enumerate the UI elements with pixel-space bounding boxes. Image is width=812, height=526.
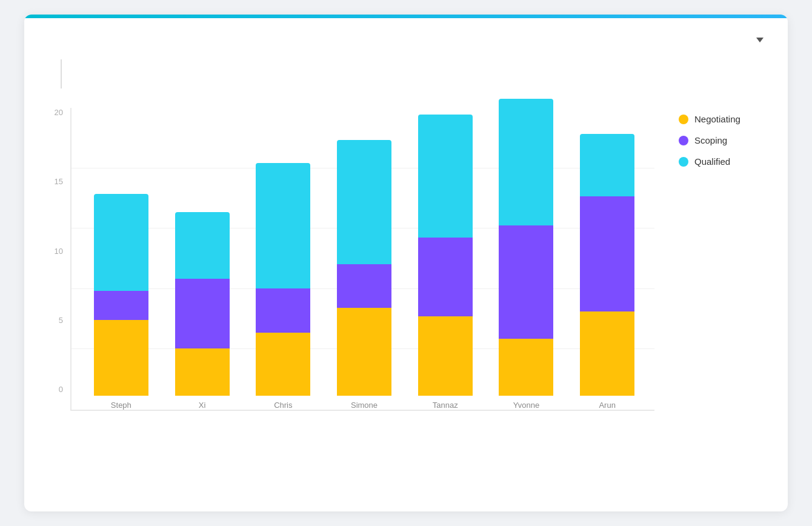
bar-group: Arun (572, 134, 642, 410)
legend: NegotiatingScopingQualified (654, 108, 764, 411)
y-axis-label: 15 (48, 177, 63, 186)
bar-group: Yvonne (491, 99, 562, 410)
stacked-bar (337, 140, 391, 396)
stacked-bar (175, 212, 230, 396)
bar-segment-negotiating (94, 320, 148, 396)
bars-container: StephXiChrisSimoneTannazYvonneArun (70, 108, 654, 411)
bar-group: Steph (86, 194, 156, 410)
bar-segment-scoping (418, 238, 473, 316)
y-axis-label: 0 (48, 385, 63, 394)
bar-segment-scoping (256, 288, 310, 333)
bar-group: Simone (329, 140, 399, 410)
stacked-bar (580, 134, 634, 396)
bars-section: StephXiChrisSimoneTannazYvonneArun (70, 108, 654, 411)
legend-dot-negotiating (679, 115, 688, 124)
chevron-down-icon (756, 38, 764, 42)
bar-segment-qualified (337, 140, 391, 264)
legend-label-qualified: Qualified (694, 156, 730, 167)
legend-label-negotiating: Negotiating (694, 114, 740, 124)
stacked-bar (256, 163, 310, 396)
bar-segment-scoping (94, 291, 148, 320)
bar-segment-qualified (418, 115, 473, 238)
bar-segment-scoping (175, 279, 230, 349)
chart-area: 05101520 StephXiChrisSimoneTannazYvonneA… (48, 108, 764, 411)
bar-segment-qualified (94, 194, 148, 290)
y-axis-label: 20 (48, 108, 63, 117)
summary-section (48, 59, 764, 88)
bar-label: Arun (599, 401, 615, 410)
period-selector[interactable] (753, 38, 764, 42)
bar-segment-qualified (499, 99, 553, 225)
bar-label: Yvonne (513, 401, 539, 410)
bar-segment-qualified (580, 134, 634, 197)
y-axis: 05101520 (48, 108, 70, 411)
bar-segment-negotiating (337, 308, 391, 396)
y-axis-label: 10 (48, 247, 63, 256)
bar-segment-qualified (175, 212, 230, 279)
bar-label: Steph (111, 401, 131, 410)
bar-segment-scoping (580, 196, 634, 311)
bar-label: Simone (351, 401, 378, 410)
bar-segment-negotiating (580, 311, 634, 396)
bar-group: Tannaz (410, 115, 481, 410)
bar-group: Chris (248, 163, 318, 410)
card-header (48, 38, 764, 42)
bar-segment-negotiating (499, 339, 553, 396)
legend-dot-scoping (679, 136, 688, 145)
bar-group: Xi (167, 212, 238, 410)
stacked-bar (94, 194, 148, 396)
bar-segment-negotiating (418, 316, 473, 396)
legend-item-scoping: Scoping (679, 135, 764, 145)
summary-divider (61, 59, 62, 88)
sales-pipeline-card: 05101520 StephXiChrisSimoneTannazYvonneA… (24, 15, 788, 511)
bar-segment-scoping (337, 264, 391, 308)
legend-label-scoping: Scoping (694, 135, 727, 145)
bar-label: Chris (274, 401, 292, 410)
y-axis-label: 5 (48, 316, 63, 325)
legend-dot-qualified (679, 157, 688, 167)
bar-label: Tannaz (433, 401, 458, 410)
legend-item-negotiating: Negotiating (679, 114, 764, 124)
legend-item-qualified: Qualified (679, 156, 764, 167)
stacked-bar (499, 99, 553, 396)
stacked-bar (418, 115, 473, 396)
bar-segment-qualified (256, 163, 310, 288)
bar-segment-negotiating (175, 348, 230, 396)
bar-label: Xi (199, 401, 206, 410)
bar-segment-scoping (499, 225, 553, 339)
bar-segment-negotiating (256, 333, 310, 396)
